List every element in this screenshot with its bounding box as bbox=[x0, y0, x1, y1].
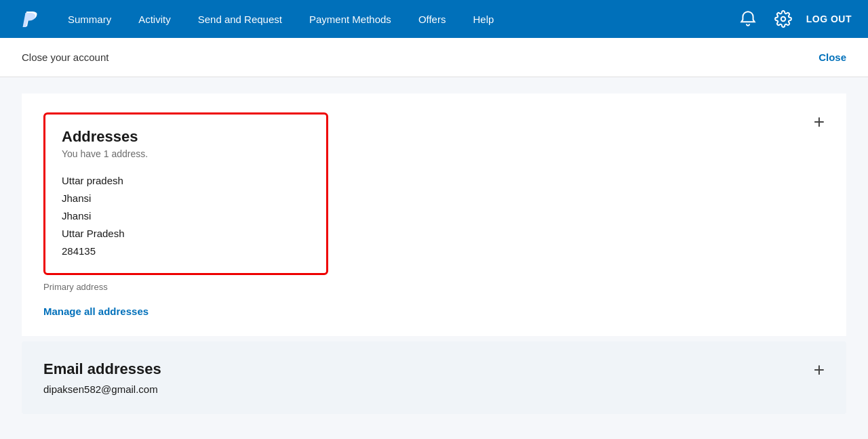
addresses-section: Addresses You have 1 address. Uttar prad… bbox=[22, 93, 846, 336]
email-addresses-title: Email addresses bbox=[43, 360, 825, 378]
nav-right: LOG OUT bbox=[736, 7, 852, 31]
svg-point-0 bbox=[781, 17, 785, 22]
address-line-5: 284135 bbox=[62, 243, 310, 259]
address-line-2: Jhansi bbox=[62, 190, 310, 207]
addresses-subtitle: You have 1 address. bbox=[62, 148, 310, 159]
nav-payment-methods[interactable]: Payment Methods bbox=[296, 0, 405, 38]
manage-addresses-link[interactable]: Manage all addresses bbox=[43, 306, 825, 317]
navbar: Summary Activity Send and Request Paymen… bbox=[0, 0, 868, 38]
close-banner: Close your account Close bbox=[0, 38, 868, 77]
notifications-button[interactable] bbox=[736, 7, 760, 31]
nav-summary[interactable]: Summary bbox=[54, 0, 125, 38]
paypal-logo bbox=[16, 5, 43, 33]
nav-activity[interactable]: Activity bbox=[125, 0, 184, 38]
nav-send-request[interactable]: Send and Request bbox=[184, 0, 296, 38]
close-link[interactable]: Close bbox=[818, 51, 846, 63]
address-line-1: Uttar pradesh bbox=[62, 173, 310, 189]
nav-help[interactable]: Help bbox=[459, 0, 507, 38]
add-email-button[interactable]: + bbox=[814, 360, 825, 379]
add-address-button[interactable]: + bbox=[814, 112, 825, 131]
address-lines: Uttar pradesh Jhansi Jhansi Uttar Prades… bbox=[62, 173, 310, 259]
primary-address-label: Primary address bbox=[43, 282, 825, 292]
nav-links: Summary Activity Send and Request Paymen… bbox=[54, 0, 736, 38]
settings-button[interactable] bbox=[771, 7, 795, 31]
main-content: Addresses You have 1 address. Uttar prad… bbox=[0, 77, 868, 439]
address-line-3: Jhansi bbox=[62, 208, 310, 224]
addresses-section-wrapper: Addresses You have 1 address. Uttar prad… bbox=[22, 93, 846, 336]
logout-button[interactable]: LOG OUT bbox=[806, 14, 852, 24]
email-section: Email addresses dipaksen582@gmail.com + bbox=[22, 341, 846, 414]
close-account-text: Close your account bbox=[22, 51, 108, 63]
addresses-title: Addresses bbox=[62, 128, 310, 146]
address-card: Addresses You have 1 address. Uttar prad… bbox=[43, 112, 328, 275]
nav-offers[interactable]: Offers bbox=[405, 0, 460, 38]
address-line-4: Uttar Pradesh bbox=[62, 226, 310, 242]
email-value: dipaksen582@gmail.com bbox=[43, 383, 825, 395]
